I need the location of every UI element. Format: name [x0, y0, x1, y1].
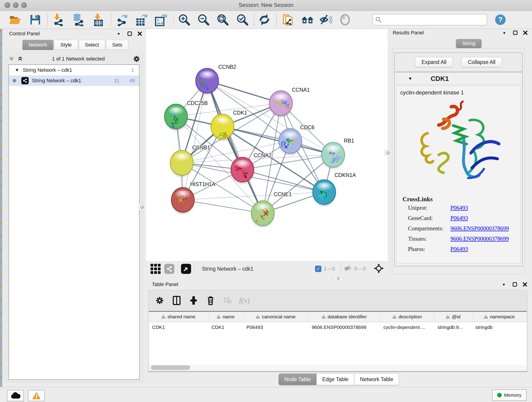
birds-eye-view-icon[interactable]	[374, 264, 384, 274]
hidden-eye-icon	[344, 265, 352, 273]
node-CDC6[interactable]: CDC6	[279, 124, 315, 154]
show-graphics-details-icon[interactable]	[339, 13, 351, 26]
float-panel-icon[interactable]	[512, 30, 519, 36]
string-overlay-icon[interactable]	[164, 264, 174, 274]
table-settings-gear-icon[interactable]	[154, 295, 165, 306]
column-header-name[interactable]: name	[208, 312, 243, 322]
network-row[interactable]: String Network – cdk1 11 48	[9, 75, 139, 86]
selected-checkbox-icon[interactable]: ✓	[315, 266, 322, 272]
memory-label: Memory	[504, 392, 521, 398]
search-input[interactable]	[383, 15, 485, 24]
edge-HIST1H1A-CCNE1[interactable]	[183, 200, 263, 213]
node-CDK1[interactable]: CDK1	[211, 110, 247, 140]
memory-button[interactable]: Memory	[492, 389, 526, 401]
hide-graphics-details-icon[interactable]	[319, 13, 332, 26]
node-CCNE1[interactable]: CCNE1	[250, 191, 292, 227]
column-header-namespace[interactable]: namespace	[472, 312, 527, 322]
collapse-all-button[interactable]: Collapse All	[461, 57, 502, 67]
column-header-description[interactable]: description	[380, 312, 434, 322]
expand-all-networks-icon[interactable]	[17, 56, 24, 62]
delete-column-icon[interactable]	[205, 295, 216, 306]
open-in-new-window-icon[interactable]	[181, 264, 191, 274]
save-session-icon[interactable]	[29, 13, 42, 26]
warning-icon	[32, 391, 41, 400]
crosslink-link[interactable]: P06493	[450, 215, 468, 221]
crosslink-link[interactable]: P06493	[450, 246, 468, 252]
float-panel-icon[interactable]	[126, 31, 133, 37]
close-panel-icon[interactable]	[136, 31, 143, 37]
crosslink-link[interactable]: P06493	[450, 205, 468, 211]
column-header--id[interactable]: @id	[434, 312, 472, 322]
network-tree: ▼ String Network – cdk1 1 String Network…	[8, 64, 139, 380]
node-label-CDKN1A: CDKN1A	[335, 172, 356, 178]
import-network-database-icon[interactable]	[71, 13, 84, 26]
table-cell: stringdb	[472, 322, 527, 332]
network-options-gear-icon[interactable]	[133, 56, 140, 62]
crosslink-label: Uniprot:	[408, 205, 450, 211]
export-table-icon[interactable]	[135, 13, 148, 26]
network-view-toolbar: String Network – cdk1 ✓ 1 – 0 0 – 0	[146, 261, 388, 276]
tab-string[interactable]: String	[456, 39, 481, 48]
column-label: @id	[452, 314, 461, 319]
left-splitter-handle[interactable]	[138, 204, 146, 210]
node-CCNB2[interactable]: CCNB2	[196, 64, 236, 94]
tab-sets[interactable]: Sets	[106, 40, 128, 50]
string-results-box: Expand All Collapse All ▼ CDK1 cyclin-de…	[392, 48, 525, 274]
export-network-icon[interactable]	[116, 13, 129, 26]
refresh-icon[interactable]	[258, 13, 271, 26]
tab-edge-table[interactable]: Edge Table	[317, 374, 354, 385]
edge-CDK1-RB1[interactable]	[222, 127, 333, 155]
zoom-in-icon[interactable]	[178, 13, 191, 26]
node-HIST1H1A[interactable]: HIST1H1A	[171, 181, 215, 213]
horizontal-scrollbar[interactable]	[149, 365, 527, 370]
import-table-icon[interactable]	[92, 13, 105, 26]
node-CDKN1A[interactable]: CDKN1A	[313, 172, 356, 206]
open-session-icon[interactable]	[9, 13, 22, 26]
close-panel-icon[interactable]	[522, 30, 529, 36]
add-column-icon[interactable]	[188, 295, 199, 306]
table-row[interactable]: CDK1CDK1P064939606.ENSP00000378699cyclin…	[149, 322, 527, 332]
warnings-button[interactable]	[28, 390, 45, 401]
close-panel-icon[interactable]	[521, 281, 528, 287]
gene-name: CDK1	[431, 75, 449, 83]
zoom-fit-icon[interactable]	[216, 13, 229, 26]
bottom-splitter-handle[interactable]	[334, 276, 342, 280]
clone-network-icon[interactable]	[282, 13, 295, 26]
grid-icon[interactable]	[151, 264, 161, 274]
scrollbar-thumb[interactable]	[151, 365, 190, 370]
string-network-icon	[21, 77, 29, 84]
collection-expander-icon[interactable]: ▼	[15, 68, 19, 73]
network-collection-row[interactable]: ▼ String Network – cdk1 1	[9, 65, 139, 75]
column-header-shared-name[interactable]: shared name	[149, 312, 208, 322]
collapse-panel-icon[interactable]: ▾	[501, 30, 508, 36]
tab-style[interactable]: Style	[54, 40, 78, 50]
cloud-button[interactable]	[7, 390, 24, 401]
export-image-icon[interactable]	[154, 13, 167, 26]
zoom-selected-icon[interactable]	[236, 13, 249, 26]
import-network-file-icon[interactable]	[52, 13, 65, 26]
home-icon[interactable]	[301, 13, 314, 26]
tab-network-table[interactable]: Network Table	[354, 374, 399, 385]
node-RB1[interactable]: RB1	[322, 138, 354, 168]
collapse-panel-icon[interactable]: ▾	[115, 31, 122, 37]
tab-network[interactable]: Network	[22, 40, 53, 50]
help-icon[interactable]: ?	[494, 13, 507, 26]
collapse-panel-icon[interactable]: ▾	[500, 281, 507, 287]
horizontal-splitter[interactable]	[146, 276, 388, 280]
separator	[194, 263, 195, 274]
expand-all-button[interactable]: Expand All	[415, 57, 453, 67]
gene-expander-icon[interactable]: ▼	[408, 76, 412, 81]
collapse-all-networks-icon[interactable]	[8, 56, 15, 62]
crosslink-link[interactable]: 9606.ENSP00000378699	[450, 225, 509, 232]
tab-select[interactable]: Select	[79, 40, 105, 50]
node-label-CCNB1: CCNB1	[192, 145, 210, 151]
column-header-database-identifier[interactable]: database identifier	[308, 312, 380, 322]
show-columns-icon[interactable]	[171, 295, 182, 306]
crosslink-link[interactable]: 9606.ENSP00000378699	[450, 236, 509, 242]
network-graph[interactable]: CCNB2CCNA1CDC25BCDK1CDC6RB1CCNB1CCNA2CDK…	[146, 29, 387, 261]
zoom-out-icon[interactable]	[197, 13, 210, 26]
column-header-canonical-name[interactable]: canonical name	[243, 312, 309, 322]
float-panel-icon[interactable]	[511, 281, 518, 287]
main-toolbar: ?	[0, 11, 532, 29]
tab-node-table[interactable]: Node Table	[279, 374, 317, 385]
